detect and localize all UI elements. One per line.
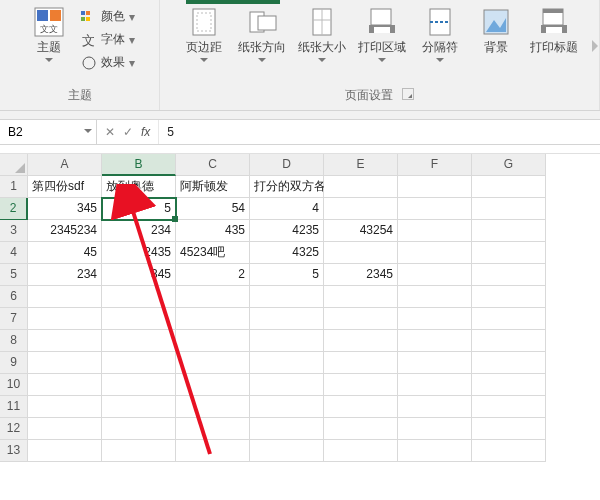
cell[interactable] xyxy=(324,352,398,374)
cell[interactable] xyxy=(250,418,324,440)
col-header-B[interactable]: B xyxy=(102,154,176,176)
cell[interactable] xyxy=(324,308,398,330)
cell[interactable] xyxy=(28,308,102,330)
margins-button[interactable]: 页边距 xyxy=(178,4,230,64)
row-header-2[interactable]: 2 xyxy=(0,198,28,220)
row-header-3[interactable]: 3 xyxy=(0,220,28,242)
cell[interactable] xyxy=(176,418,250,440)
cell-G1[interactable] xyxy=(472,176,546,198)
cell[interactable] xyxy=(28,286,102,308)
background-button[interactable]: 背景 xyxy=(470,4,522,64)
cell-B5[interactable]: 345 xyxy=(102,264,176,286)
ribbon-scroll-right-icon[interactable] xyxy=(592,40,598,52)
cell[interactable] xyxy=(398,308,472,330)
row-header-5[interactable]: 5 xyxy=(0,264,28,286)
cell-A4[interactable]: 45 xyxy=(28,242,102,264)
cell[interactable] xyxy=(472,330,546,352)
cell-G4[interactable] xyxy=(472,242,546,264)
cell[interactable] xyxy=(472,418,546,440)
row-header-8[interactable]: 8 xyxy=(0,330,28,352)
cell-D2[interactable]: 4 xyxy=(250,198,324,220)
cell[interactable] xyxy=(324,286,398,308)
row-header-9[interactable]: 9 xyxy=(0,352,28,374)
cell[interactable] xyxy=(28,396,102,418)
cell[interactable] xyxy=(28,418,102,440)
select-all-corner[interactable] xyxy=(0,154,28,176)
cell[interactable] xyxy=(176,352,250,374)
cell-D1[interactable]: 打分的双方各 xyxy=(250,176,324,198)
col-header-A[interactable]: A xyxy=(28,154,102,176)
cell-E4[interactable] xyxy=(324,242,398,264)
row-header-11[interactable]: 11 xyxy=(0,396,28,418)
cell-E5[interactable]: 2345 xyxy=(324,264,398,286)
cell-F5[interactable] xyxy=(398,264,472,286)
cell-D3[interactable]: 4235 xyxy=(250,220,324,242)
cell[interactable] xyxy=(472,440,546,462)
row-header-10[interactable]: 10 xyxy=(0,374,28,396)
cell-F4[interactable] xyxy=(398,242,472,264)
cell[interactable] xyxy=(472,352,546,374)
cell[interactable] xyxy=(250,352,324,374)
cell[interactable] xyxy=(398,330,472,352)
row-header-7[interactable]: 7 xyxy=(0,308,28,330)
cell-B2[interactable]: 5 xyxy=(102,198,176,220)
cell-A1[interactable]: 第四份sdf xyxy=(28,176,102,198)
cell[interactable] xyxy=(250,374,324,396)
cell[interactable] xyxy=(250,330,324,352)
row-header-1[interactable]: 1 xyxy=(0,176,28,198)
row-header-12[interactable]: 12 xyxy=(0,418,28,440)
formula-confirm-button[interactable]: ✓ xyxy=(123,125,133,139)
dialog-launcher-icon[interactable] xyxy=(402,88,414,100)
cell-E2[interactable] xyxy=(324,198,398,220)
orientation-button[interactable]: 纸张方向 xyxy=(234,4,290,64)
cell[interactable] xyxy=(102,330,176,352)
cell[interactable] xyxy=(324,374,398,396)
cell-F3[interactable] xyxy=(398,220,472,242)
worksheet-grid[interactable]: A B C D E F G 1 第四份sdf 放到奥德 阿斯顿发 打分的双方各 … xyxy=(0,154,600,462)
cell-G5[interactable] xyxy=(472,264,546,286)
cell[interactable] xyxy=(324,440,398,462)
col-header-G[interactable]: G xyxy=(472,154,546,176)
size-button[interactable]: 纸张大小 xyxy=(294,4,350,64)
cell[interactable] xyxy=(324,330,398,352)
cell[interactable] xyxy=(28,374,102,396)
cell[interactable] xyxy=(398,396,472,418)
cell[interactable] xyxy=(102,418,176,440)
cell[interactable] xyxy=(176,440,250,462)
cell-A2[interactable]: 345 xyxy=(28,198,102,220)
cell-C3[interactable]: 435 xyxy=(176,220,250,242)
row-header-13[interactable]: 13 xyxy=(0,440,28,462)
cell-B3[interactable]: 234 xyxy=(102,220,176,242)
cell[interactable] xyxy=(102,352,176,374)
cell-G3[interactable] xyxy=(472,220,546,242)
cell[interactable] xyxy=(250,308,324,330)
cell-D5[interactable]: 5 xyxy=(250,264,324,286)
themes-button[interactable]: 文文 主题 xyxy=(23,4,75,64)
cell-G2[interactable] xyxy=(472,198,546,220)
cell-B4[interactable]: 2435 xyxy=(102,242,176,264)
name-box[interactable]: B2 xyxy=(0,120,97,144)
cell[interactable] xyxy=(398,352,472,374)
cell-C4[interactable]: 45234吧 xyxy=(176,242,250,264)
breaks-button[interactable]: 分隔符 xyxy=(414,4,466,64)
cell-C2[interactable]: 54 xyxy=(176,198,250,220)
cell[interactable] xyxy=(28,352,102,374)
print-area-button[interactable]: 打印区域 xyxy=(354,4,410,64)
col-header-C[interactable]: C xyxy=(176,154,250,176)
cell-B1[interactable]: 放到奥德 xyxy=(102,176,176,198)
cell[interactable] xyxy=(472,286,546,308)
cell[interactable] xyxy=(250,440,324,462)
col-header-D[interactable]: D xyxy=(250,154,324,176)
col-header-F[interactable]: F xyxy=(398,154,472,176)
cell[interactable] xyxy=(324,396,398,418)
cell-F2[interactable] xyxy=(398,198,472,220)
cell[interactable] xyxy=(398,440,472,462)
cell[interactable] xyxy=(250,396,324,418)
cell[interactable] xyxy=(176,396,250,418)
cell[interactable] xyxy=(176,308,250,330)
cell-E3[interactable]: 43254 xyxy=(324,220,398,242)
cell[interactable] xyxy=(102,440,176,462)
cell-D4[interactable]: 4325 xyxy=(250,242,324,264)
print-titles-button[interactable]: 打印标题 xyxy=(526,4,582,64)
cell[interactable] xyxy=(176,330,250,352)
